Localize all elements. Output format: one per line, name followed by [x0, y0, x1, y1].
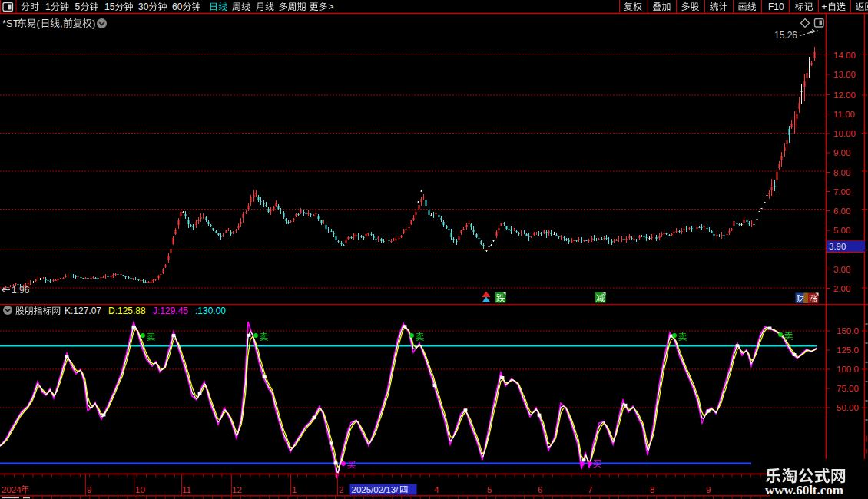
svg-text:*ST: *ST [2, 18, 19, 29]
svg-text:150.0: 150.0 [837, 326, 859, 335]
svg-text:5: 5 [75, 2, 81, 12]
svg-text:(: ( [37, 18, 41, 29]
svg-text:J:129.45: J:129.45 [153, 306, 188, 316]
svg-text:15: 15 [104, 2, 115, 12]
svg-text:50.00: 50.00 [837, 403, 859, 412]
svg-text:8: 8 [650, 485, 654, 494]
svg-text:11: 11 [182, 485, 191, 494]
svg-text:7.00: 7.00 [833, 187, 850, 197]
svg-text:9: 9 [706, 485, 711, 494]
svg-text:9.00: 9.00 [833, 148, 850, 157]
svg-text:100.0: 100.0 [837, 365, 859, 374]
svg-text:3.90: 3.90 [829, 242, 846, 251]
svg-text:75.00: 75.00 [837, 384, 859, 393]
svg-text:2.00: 2.00 [833, 284, 850, 293]
svg-text:6: 6 [538, 485, 542, 494]
svg-text:2: 2 [339, 485, 343, 494]
svg-text:www.60lt.com: www.60lt.com [765, 483, 843, 497]
svg-text:12: 12 [232, 485, 242, 494]
svg-text:>: > [329, 2, 334, 12]
svg-text:10: 10 [135, 485, 145, 494]
svg-text:14.00: 14.00 [833, 51, 856, 60]
svg-text:1: 1 [45, 2, 51, 12]
svg-text:3.00: 3.00 [833, 265, 850, 274]
svg-text:+: + [822, 2, 827, 12]
svg-text:): ) [92, 18, 95, 29]
svg-text:F10: F10 [768, 2, 784, 12]
svg-text:6.00: 6.00 [833, 207, 850, 216]
svg-text:5.00: 5.00 [833, 226, 850, 235]
svg-text:9: 9 [87, 485, 91, 494]
svg-text:30: 30 [138, 2, 149, 12]
svg-text:125.0: 125.0 [837, 345, 859, 355]
svg-text:11.00: 11.00 [833, 110, 855, 119]
svg-text:60: 60 [172, 2, 183, 12]
svg-text:1.96: 1.96 [12, 285, 30, 296]
svg-text:1: 1 [292, 485, 297, 494]
svg-text::130.00: :130.00 [195, 306, 226, 316]
svg-text:D:125.88: D:125.88 [108, 306, 146, 316]
svg-text:7: 7 [588, 485, 592, 494]
svg-text:8.00: 8.00 [833, 168, 850, 177]
svg-text:4: 4 [434, 485, 439, 494]
svg-text:2025/02/13/: 2025/02/13/ [352, 485, 399, 494]
svg-text:15.26: 15.26 [774, 30, 797, 41]
svg-text:13.00: 13.00 [833, 70, 856, 79]
svg-text:5: 5 [487, 485, 492, 494]
svg-text:12.00: 12.00 [833, 91, 856, 100]
svg-text:K:127.07: K:127.07 [65, 306, 101, 316]
svg-text:10.00: 10.00 [833, 129, 856, 138]
svg-text:,: , [60, 18, 63, 29]
svg-text:2024: 2024 [2, 485, 22, 494]
